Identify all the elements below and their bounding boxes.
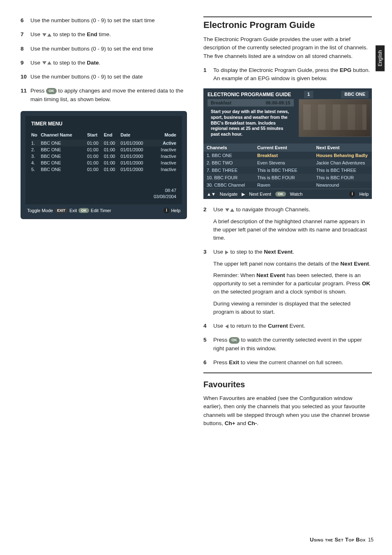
epg-desc: Start your day with all the latest news,… [208, 106, 294, 139]
table-row: 10. BBC FOURThis is BBC FOURThis is BBC … [203, 174, 372, 181]
epg-channel-num: 1 [304, 91, 313, 98]
ok-pill-icon: OK [78, 208, 89, 213]
table-row: 1.BBC ONE01:0001:0001/01/2000Active [31, 140, 176, 146]
ok-icon: OK [229, 337, 240, 344]
left-steps: 6Use the number buttons (0 - 9) to set t… [21, 16, 187, 104]
table-row: 7. BBC THREEThis is BBC THREEThis is BBC… [203, 166, 372, 174]
timer-date: 03/08/2004 [31, 194, 176, 200]
favourites-heading: Favourites [203, 380, 372, 389]
table-row: 30. CBBC ChannelRavenNewsround [203, 181, 372, 189]
exit-pill-icon: EXIT [55, 208, 68, 213]
epg-prog-name: Breakfast [211, 100, 231, 105]
down-arrow-icon [42, 61, 46, 65]
epg-heading: Electronic Program Guide [203, 20, 372, 30]
right-steps-2: 2Use to navigate through Channels.A brie… [203, 206, 372, 367]
left-arrow-icon [225, 324, 228, 328]
up-arrow-icon [47, 33, 51, 37]
epg-intro: The Electronic Program Guide provides th… [203, 35, 372, 60]
timer-table: No Channel Name Start End Date Mode 1.BB… [31, 132, 176, 173]
section-rule [203, 16, 372, 17]
language-tab: English [376, 45, 385, 71]
info-icon: i [164, 208, 169, 213]
epg-screenshot: ELECTRONIC PROGRAMME GUIDE Breakfast06:0… [203, 88, 372, 199]
table-row: 2.BBC ONE01:0001:0001/01/2000Inactive [31, 146, 176, 153]
timer-clock: 08:47 [31, 187, 176, 194]
section-rule [203, 372, 372, 373]
page-footer: Using the Set Top Box15 [310, 536, 374, 543]
favourites-text: When Favourites are enabled (see the Con… [203, 394, 372, 428]
table-row: 2. BBC TWOEven StevensJackie Chan Advent… [203, 159, 372, 166]
info-icon: i [349, 191, 355, 197]
step-num: 6 [21, 16, 30, 25]
up-arrow-icon [47, 61, 51, 65]
down-arrow-icon [42, 33, 46, 37]
epg-footer: ▲▼Navigate ▶Next Event OKWatch iHelp [203, 189, 372, 199]
down-arrow-icon [225, 208, 229, 212]
epg-title: ELECTRONIC PROGRAMME GUIDE [208, 92, 291, 97]
ok-pill-icon: OK [275, 192, 286, 197]
timer-menu-screenshot: TIMER MENU No Channel Name Start End Dat… [21, 111, 187, 219]
right-steps-1: 1To display the Electronic Program Guide… [203, 66, 372, 83]
timer-title: TIMER MENU [31, 121, 176, 127]
ok-icon: OK [46, 88, 57, 95]
table-row: 5.BBC ONE01:0001:0001/01/2000Inactive [31, 166, 176, 173]
epg-prog-time: 06:00-09:15 [266, 100, 291, 105]
up-arrow-icon [230, 208, 234, 212]
step-body: Use the number buttons (0 - 9) to set th… [30, 16, 187, 25]
epg-preview-icon [299, 99, 371, 137]
epg-table: Channels Current Event Next Event 1. BBC… [203, 143, 372, 189]
table-row: 3.BBC ONE01:0001:0001/01/2000Inactive [31, 153, 176, 160]
timer-footer: Toggle Mode EXIT Exit OK Edit Timer i He… [25, 204, 182, 214]
table-row: 4.BBC ONE01:0001:0001/01/2000Inactive [31, 160, 176, 166]
table-row: 1. BBC ONEBreakfastHouses Behaving Badly [203, 152, 372, 159]
right-arrow-icon [225, 250, 228, 254]
epg-channel-name: BBC ONE [341, 91, 369, 98]
